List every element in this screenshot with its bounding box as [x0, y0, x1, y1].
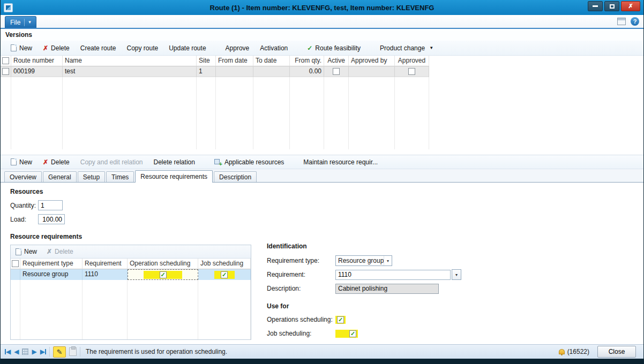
select-all-checkbox[interactable]: [2, 57, 9, 64]
approved-by-cell[interactable]: [349, 66, 395, 77]
job-scheduling-checkbox[interactable]: ✓: [221, 271, 228, 278]
job-scheduling-row: Job scheduling: ✓: [267, 328, 497, 339]
column-header-approved-by[interactable]: Approved by: [349, 56, 395, 66]
req-select-all-checkbox[interactable]: [12, 260, 19, 267]
minimize-button[interactable]: [588, 1, 603, 11]
tab-general[interactable]: General: [43, 171, 77, 182]
requirement-row[interactable]: Resource group 1110 ✓ ✓: [11, 269, 251, 280]
to-date-cell[interactable]: [253, 66, 290, 77]
name-cell[interactable]: test: [63, 66, 197, 77]
requirement-field[interactable]: [335, 270, 451, 280]
close-window-button[interactable]: ✗: [621, 1, 640, 11]
notifications-icon[interactable]: [559, 349, 565, 354]
approved-checkbox[interactable]: [408, 68, 415, 75]
new-button[interactable]: New: [6, 43, 37, 54]
route-feasibility-button[interactable]: ✓ Route feasibility: [302, 43, 365, 54]
tab-content: Resources Quantity: Load: Resource requi…: [1, 182, 643, 344]
activation-label: Activation: [260, 44, 288, 52]
activation-button[interactable]: Activation: [255, 43, 293, 54]
job-scheduling-form-checkbox[interactable]: ✓: [349, 330, 356, 337]
grid-view-button[interactable]: [22, 348, 28, 355]
delete-button[interactable]: ✗ Delete: [38, 43, 74, 54]
quantity-field[interactable]: [38, 200, 63, 210]
approve-button[interactable]: Approve: [221, 43, 254, 54]
operation-scheduling-cell[interactable]: ✓: [128, 269, 198, 280]
product-change-button[interactable]: Product change ▼: [375, 43, 438, 54]
site-cell[interactable]: 1: [197, 66, 216, 77]
requirement-delete-button[interactable]: ✗ Delete: [47, 248, 73, 255]
select-all-header-cell[interactable]: [1, 56, 11, 66]
column-header-job-scheduling[interactable]: Job scheduling: [198, 259, 251, 269]
table-row[interactable]: 000199 test 1 0.00: [1, 66, 643, 77]
minimize-icon: [593, 5, 598, 7]
statusbar-separator: [80, 347, 80, 357]
delete-relation-button[interactable]: Delete relation: [149, 157, 200, 168]
requirement-new-button[interactable]: New: [16, 248, 37, 255]
edit-record-button[interactable]: ✎: [53, 346, 66, 358]
last-record-button[interactable]: ▶: [40, 348, 46, 355]
tab-times[interactable]: Times: [106, 171, 134, 182]
route-feasibility-label: Route feasibility: [315, 44, 361, 52]
column-header-operation-scheduling[interactable]: Operation scheduling: [128, 259, 198, 269]
create-route-button[interactable]: Create route: [76, 43, 121, 54]
notification-count[interactable]: (16522): [567, 348, 589, 355]
operations-scheduling-checkbox[interactable]: ✓: [337, 316, 344, 323]
column-header-name[interactable]: Name: [63, 56, 197, 66]
requirement-type-select[interactable]: Resource group ▾: [335, 255, 392, 266]
paste-icon[interactable]: [69, 347, 77, 356]
update-route-button[interactable]: Update route: [164, 43, 211, 54]
requirement-cell[interactable]: 1110: [83, 269, 128, 280]
column-header-requirement[interactable]: Requirement: [83, 259, 128, 269]
from-date-cell[interactable]: [216, 66, 253, 77]
row-select-checkbox[interactable]: [2, 68, 9, 75]
approved-cell[interactable]: [395, 66, 429, 77]
job-scheduling-cell[interactable]: ✓: [198, 269, 251, 280]
active-checkbox[interactable]: [333, 68, 340, 75]
load-field[interactable]: [38, 214, 65, 224]
operation-scheduling-checkbox[interactable]: ✓: [160, 271, 167, 278]
description-row: Description:: [267, 283, 497, 294]
applicable-resources-button[interactable]: + Applicable resources: [209, 157, 289, 168]
help-icon[interactable]: ?: [631, 17, 639, 26]
copy-route-button[interactable]: Copy route: [122, 43, 163, 54]
relation-delete-button[interactable]: ✗ Delete: [38, 157, 74, 168]
menubar-right: ?: [617, 17, 639, 28]
req-row-select-cell[interactable]: [11, 269, 20, 280]
route-number-cell[interactable]: 000199: [11, 66, 63, 77]
column-header-active[interactable]: Active: [324, 56, 349, 66]
column-header-requirement-type[interactable]: Requirement type: [20, 259, 83, 269]
versions-toolbar: New ✗ Delete Create route Copy route Upd…: [1, 41, 643, 56]
requirement-dropdown-button[interactable]: ▾: [452, 269, 461, 280]
maintain-resource-requirements-button[interactable]: Maintain resource requir...: [298, 157, 383, 168]
requirement-new-label: New: [24, 248, 37, 255]
column-header-approved[interactable]: Approved: [395, 56, 429, 66]
yellow-highlight: ✓: [144, 271, 182, 279]
tab-description[interactable]: Description: [214, 171, 257, 182]
next-record-button[interactable]: ▶: [32, 348, 36, 355]
req-select-all-header-cell[interactable]: [11, 259, 20, 269]
copy-edit-relation-button[interactable]: Copy and edit relation: [76, 157, 148, 168]
maximize-button[interactable]: [604, 1, 619, 11]
column-header-to-date[interactable]: To date: [253, 56, 290, 66]
row-select-cell[interactable]: [1, 66, 11, 77]
tab-overview[interactable]: Overview: [4, 171, 42, 182]
versions-section-label: Versions: [1, 29, 643, 41]
requirement-label: Requirement:: [267, 271, 335, 278]
requirement-type-cell[interactable]: Resource group: [20, 269, 83, 280]
first-record-button[interactable]: ◀: [5, 348, 11, 355]
tab-setup[interactable]: Setup: [78, 171, 105, 182]
file-menu-button[interactable]: File ▾: [5, 16, 36, 28]
from-qty-cell[interactable]: 0.00: [290, 66, 324, 77]
column-header-site[interactable]: Site: [197, 56, 216, 66]
app-icon: [4, 3, 13, 12]
chevron-down-icon[interactable]: ▾: [384, 256, 392, 266]
active-cell[interactable]: [324, 66, 349, 77]
column-header-route-number[interactable]: Route number: [11, 56, 63, 66]
window-layout-icon[interactable]: [617, 18, 626, 25]
tab-resource-requirements[interactable]: Resource requirements: [135, 170, 213, 183]
previous-record-button[interactable]: ◀: [14, 348, 19, 355]
column-header-from-date[interactable]: From date: [216, 56, 253, 66]
column-header-from-qty[interactable]: From qty.: [290, 56, 324, 66]
close-button[interactable]: Close: [597, 346, 636, 358]
relation-new-button[interactable]: New: [6, 157, 37, 168]
